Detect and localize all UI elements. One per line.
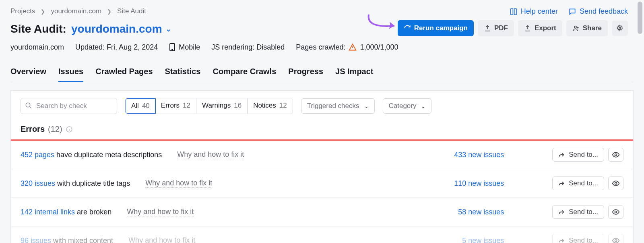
issue-row: 452 pages have duplicate meta descriptio… <box>11 141 633 169</box>
svg-point-7 <box>615 183 617 185</box>
meta-domain: yourdomain.com <box>10 43 64 52</box>
breadcrumb-projects[interactable]: Projects <box>10 7 35 15</box>
arrow-right-icon <box>558 180 566 187</box>
tab-compare-crawls[interactable]: Compare Crawls <box>213 64 276 82</box>
seg-errors-count: 12 <box>183 102 190 110</box>
why-how-fix-link[interactable]: Why and how to fix it <box>145 179 212 188</box>
view-button[interactable] <box>608 234 623 243</box>
issue-type-segment: All 40 Errors 12 Warnings 16 Notices 12 <box>125 98 293 114</box>
upload-icon <box>524 25 531 32</box>
pdf-button[interactable]: PDF <box>478 20 514 36</box>
scrollbar[interactable] <box>638 2 642 34</box>
send-to-label: Send to... <box>569 237 598 243</box>
svg-point-8 <box>615 211 617 213</box>
refresh-icon <box>404 25 411 32</box>
category-label: Category <box>389 102 417 110</box>
view-button[interactable] <box>608 205 623 219</box>
errors-section-header: Errors (12) <box>11 121 633 141</box>
issue-lead-link[interactable]: 452 pages <box>21 151 54 159</box>
tab-crawled-pages[interactable]: Crawled Pages <box>95 64 153 82</box>
view-button[interactable] <box>608 148 623 162</box>
tab-overview[interactable]: Overview <box>10 64 46 82</box>
seg-notices-count: 12 <box>279 102 287 110</box>
tab-issues[interactable]: Issues <box>58 64 83 82</box>
issue-row: 96 issues with mixed contentWhy and how … <box>11 226 633 243</box>
export-label: Export <box>535 24 556 32</box>
send-to-label: Send to... <box>569 151 598 159</box>
new-issues-link[interactable]: 110 new issues <box>454 179 504 188</box>
page-title: Site Audit: <box>10 23 66 35</box>
new-issues-link[interactable]: 433 new issues <box>454 151 504 159</box>
info-icon[interactable] <box>66 126 73 133</box>
svg-point-4 <box>26 103 30 107</box>
issue-description: with mixed content <box>51 237 113 243</box>
domain-dropdown[interactable]: yourdomain.com ⌄ <box>71 23 171 35</box>
seg-all-count: 40 <box>142 102 150 110</box>
send-to-label: Send to... <box>569 208 598 216</box>
new-issues-link[interactable]: 58 new issues <box>458 208 504 216</box>
category-dropdown[interactable]: Category ⌄ <box>383 98 432 114</box>
svg-point-1 <box>619 27 621 29</box>
eye-icon <box>612 208 620 216</box>
eye-icon <box>612 179 620 187</box>
send-feedback-link[interactable]: Send feedback <box>568 7 628 16</box>
issue-lead-link[interactable]: 142 internal links <box>21 208 75 216</box>
triggered-checks-dropdown[interactable]: Triggered checks ⌄ <box>301 98 375 114</box>
export-button[interactable]: Export <box>518 20 562 36</box>
seg-notices[interactable]: Notices 12 <box>248 98 293 114</box>
upload-icon <box>484 25 491 32</box>
tab-statistics[interactable]: Statistics <box>165 64 201 82</box>
help-center-link[interactable]: Help center <box>510 7 558 16</box>
settings-button[interactable] <box>612 21 628 36</box>
why-how-fix-link[interactable]: Why and how to fix it <box>177 150 244 159</box>
search-input[interactable] <box>21 98 117 114</box>
book-icon <box>510 8 518 16</box>
send-to-button[interactable]: Send to... <box>552 148 604 162</box>
section-count: (12) <box>48 125 62 134</box>
meta-pages-crawled: Pages crawled: 1,000/1,000 <box>296 43 398 52</box>
section-name: Errors <box>21 125 45 134</box>
issue-description: are broken <box>75 208 111 216</box>
rerun-label: Rerun campaign <box>414 24 468 32</box>
issue-lead-link[interactable]: 96 issues <box>21 237 51 243</box>
why-how-fix-link[interactable]: Why and how to fix it <box>128 236 195 243</box>
feedback-icon <box>568 8 576 16</box>
help-center-label: Help center <box>521 7 558 16</box>
seg-errors-label: Errors <box>161 102 180 110</box>
issues-panel: All 40 Errors 12 Warnings 16 Notices 12 … <box>10 90 634 243</box>
issue-description: have duplicate meta descriptions <box>54 151 162 159</box>
svg-point-9 <box>615 240 617 242</box>
share-button[interactable]: Share <box>566 20 608 36</box>
send-to-button[interactable]: Send to... <box>552 205 604 219</box>
seg-warnings[interactable]: Warnings 16 <box>196 98 248 114</box>
tab-js-impact[interactable]: JS Impact <box>335 64 373 82</box>
send-to-button[interactable]: Send to... <box>552 177 604 190</box>
arrow-right-icon <box>558 151 566 158</box>
seg-all[interactable]: All 40 <box>125 98 156 114</box>
issue-lead-link[interactable]: 320 issues <box>21 179 55 187</box>
seg-notices-label: Notices <box>253 102 276 110</box>
chevron-down-icon: ⌄ <box>364 103 369 109</box>
seg-all-label: All <box>131 102 139 110</box>
arrow-right-icon <box>558 208 566 216</box>
breadcrumb-domain[interactable]: yourdomain.com <box>51 7 101 15</box>
triggered-label: Triggered checks <box>307 102 359 110</box>
chevron-right-icon: ❯ <box>41 8 45 15</box>
eye-icon <box>612 237 620 243</box>
meta-device-label: Mobile <box>179 43 200 52</box>
tab-progress[interactable]: Progress <box>288 64 323 82</box>
share-label: Share <box>583 24 602 32</box>
seg-errors[interactable]: Errors 12 <box>155 98 196 114</box>
gear-icon <box>616 25 623 32</box>
send-to-button[interactable]: Send to... <box>552 234 604 243</box>
rerun-campaign-button[interactable]: Rerun campaign <box>398 20 474 36</box>
warning-icon <box>349 43 357 51</box>
domain-dropdown-label: yourdomain.com <box>71 23 162 35</box>
eye-icon <box>612 151 620 159</box>
svg-point-3 <box>172 49 173 50</box>
new-issues-link[interactable]: 5 new issues <box>462 237 504 243</box>
chevron-down-icon: ⌄ <box>421 103 425 109</box>
view-button[interactable] <box>608 177 623 190</box>
mobile-icon <box>169 43 175 52</box>
why-how-fix-link[interactable]: Why and how to fix it <box>127 208 194 216</box>
